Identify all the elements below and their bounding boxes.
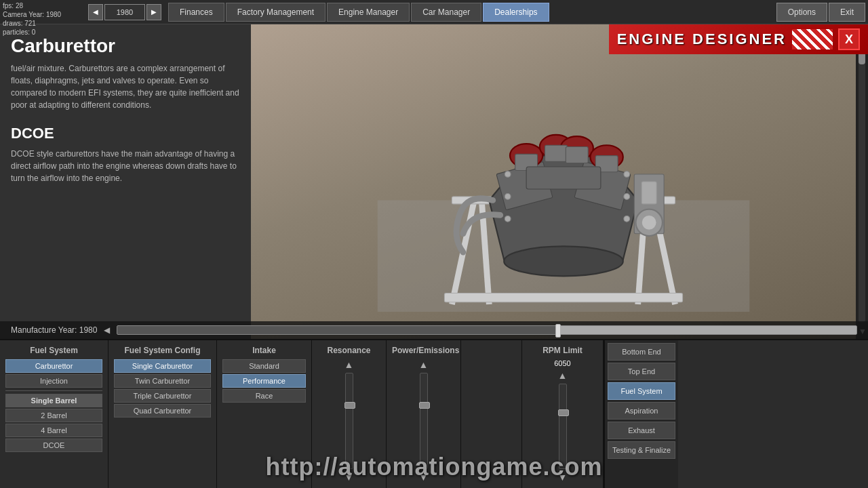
- fuel-system-dcoe[interactable]: DCOE: [5, 439, 102, 452]
- year-prev-button[interactable]: ◀: [88, 4, 103, 20]
- intake-options: Standard Performance Race: [222, 359, 306, 403]
- info-section-description: DCOE style carburettors have the main ad…: [11, 148, 247, 184]
- power-emissions-section: Power/Emissions ▲ ▼: [387, 340, 461, 488]
- engine-designer-stripe: [792, 29, 833, 49]
- power-emissions-down[interactable]: ▼: [419, 472, 429, 483]
- scroll-track: [859, 41, 865, 323]
- svg-rect-6: [444, 293, 682, 302]
- year-next-button[interactable]: ▶: [146, 4, 161, 20]
- fuel-system-config-title: Fuel System Config: [114, 346, 211, 355]
- rpm-limit-title: RPM Limit: [528, 346, 597, 355]
- rpm-limit-up[interactable]: ▲: [558, 370, 568, 381]
- manufacture-year-prev[interactable]: ◀: [104, 325, 110, 335]
- options-button[interactable]: Options: [776, 3, 827, 22]
- tab-factory-management[interactable]: Factory Management: [226, 3, 326, 22]
- resonance-slider: ▲ ▼: [317, 359, 380, 483]
- power-emissions-slider: ▲ ▼: [392, 359, 455, 483]
- empty-section: [461, 340, 522, 488]
- rpm-limit-slider: ▲ ▼: [528, 370, 597, 483]
- rpm-limit-section: RPM Limit 6050 ▲ ▼: [522, 340, 604, 488]
- svg-point-24: [505, 194, 511, 200]
- sidebar-testing-finalize[interactable]: Testing & Finalize: [608, 441, 675, 459]
- sidebar-top-end[interactable]: Top End: [608, 363, 675, 380]
- sidebar-exhaust[interactable]: Exhaust: [608, 422, 675, 439]
- intake-performance[interactable]: Performance: [222, 374, 306, 388]
- config-twin-carb[interactable]: Twin Carburettor: [114, 374, 211, 388]
- engine-designer-header: ENGINE DESIGNER X: [609, 24, 868, 54]
- engine-designer-close-button[interactable]: X: [838, 28, 860, 50]
- manufacture-year-thumb[interactable]: [555, 324, 561, 338]
- sidebar-bottom-end[interactable]: Bottom End: [608, 343, 675, 361]
- resonance-thumb[interactable]: [344, 402, 355, 409]
- fuel-system-config-options: Single Carburettor Twin Carburettor Trip…: [114, 359, 211, 418]
- sidebar-aspiration[interactable]: Aspiration: [608, 402, 675, 420]
- year-nav: ◀ 1980 ▶: [88, 4, 161, 20]
- info-section-title: DCOE: [11, 125, 247, 142]
- engine-designer-panel: ENGINE DESIGNER X Carburettor fuel/air m…: [0, 24, 868, 339]
- svg-point-28: [624, 216, 630, 222]
- svg-rect-15: [545, 145, 568, 161]
- svg-point-29: [504, 246, 623, 276]
- config-quad-carb[interactable]: Quad Carburettor: [114, 404, 211, 418]
- fuel-system-options: Carburettor Injection Single Barrel 2 Ba…: [5, 359, 102, 452]
- svg-rect-16: [566, 146, 588, 163]
- fuel-system-section: Fuel System Carburettor Injection Single…: [0, 340, 108, 488]
- nav-tabs: Finances Factory Management Engine Manag…: [168, 3, 549, 22]
- fuel-system-config-section: Fuel System Config Single Carburettor Tw…: [108, 340, 217, 488]
- fuel-system-carburettor[interactable]: Carburettor: [5, 359, 102, 373]
- intake-title: Intake: [222, 346, 306, 355]
- exit-button[interactable]: Exit: [829, 3, 865, 22]
- info-description: fuel/air mixture. Carburettors are a com…: [11, 62, 247, 111]
- intake-section: Intake Standard Performance Race: [217, 340, 312, 488]
- svg-point-25: [505, 216, 511, 222]
- info-scrollbar: ▲ ▼: [856, 24, 868, 339]
- top-navigation: fps: 28 Camera Year: 1980 draws: 721 par…: [0, 0, 868, 24]
- power-emissions-up[interactable]: ▲: [419, 359, 429, 370]
- svg-point-27: [624, 194, 630, 200]
- fuel-system-injection[interactable]: Injection: [5, 374, 102, 388]
- svg-point-26: [624, 171, 630, 178]
- svg-point-22: [642, 215, 656, 230]
- svg-point-23: [505, 171, 511, 178]
- intake-standard[interactable]: Standard: [222, 359, 306, 373]
- rpm-limit-thumb[interactable]: [558, 409, 569, 416]
- fuel-system-4-barrel[interactable]: 4 Barrel: [5, 424, 102, 437]
- config-single-carb[interactable]: Single Carburettor: [114, 359, 211, 373]
- info-title: Carburettor: [11, 35, 247, 57]
- engine-visual: [292, 52, 835, 312]
- config-triple-carb[interactable]: Triple Carburettor: [114, 389, 211, 403]
- intake-race[interactable]: Race: [222, 389, 306, 403]
- info-panel: Carburettor fuel/air mixture. Carburetto…: [0, 24, 258, 339]
- svg-rect-18: [526, 167, 601, 189]
- resonance-up[interactable]: ▲: [344, 359, 354, 370]
- tab-car-manager[interactable]: Car Manager: [411, 3, 481, 22]
- engine-designer-title: ENGINE DESIGNER: [617, 30, 787, 48]
- power-emissions-title: Power/Emissions: [392, 346, 455, 355]
- divider: [5, 390, 102, 391]
- sidebar-fuel-system[interactable]: Fuel System: [608, 382, 675, 400]
- rpm-limit-track[interactable]: [559, 384, 567, 469]
- engine-3d-view: [251, 24, 856, 339]
- power-emissions-track[interactable]: [420, 373, 428, 469]
- nav-right-controls: Options Exit: [776, 3, 868, 22]
- manufacture-year-label: Manufacture Year: 1980: [11, 325, 97, 335]
- svg-rect-20: [642, 182, 656, 204]
- tab-finances[interactable]: Finances: [168, 3, 224, 22]
- engine-svg: [292, 52, 835, 312]
- power-emissions-thumb[interactable]: [419, 402, 430, 409]
- resonance-down[interactable]: ▼: [344, 472, 354, 483]
- rpm-limit-down[interactable]: ▼: [558, 472, 568, 483]
- resonance-track[interactable]: [345, 373, 353, 469]
- tab-dealerships[interactable]: Dealerships: [483, 3, 549, 22]
- manufacture-year-slider[interactable]: [117, 325, 857, 335]
- tab-engine-manager[interactable]: Engine Manager: [327, 3, 410, 22]
- bottom-panel: Fuel System Carburettor Injection Single…: [0, 339, 868, 488]
- fuel-system-title: Fuel System: [5, 346, 102, 355]
- fuel-system-2-barrel[interactable]: 2 Barrel: [5, 409, 102, 422]
- main-content: ENGINE DESIGNER X Carburettor fuel/air m…: [0, 24, 868, 488]
- fuel-system-single-barrel[interactable]: Single Barrel: [5, 394, 102, 407]
- debug-info: fps: 28 Camera Year: 1980 draws: 721 par…: [0, 0, 64, 38]
- manufacture-year-bar: Manufacture Year: 1980 ◀: [0, 321, 868, 339]
- rpm-limit-value: 6050: [528, 359, 597, 367]
- resonance-section: Resonance ▲ ▼: [312, 340, 387, 488]
